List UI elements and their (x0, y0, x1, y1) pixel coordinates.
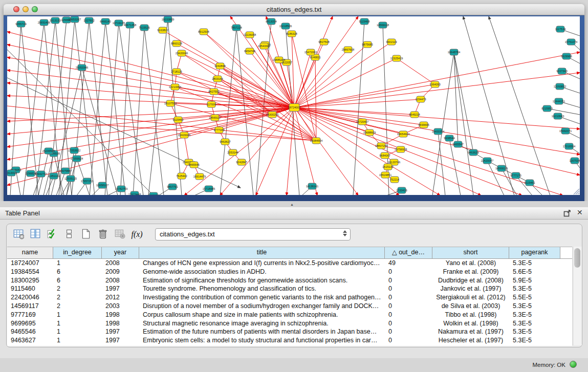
table-row[interactable]: 946362711997Embryonic stem cells: a mode… (7, 336, 572, 345)
table-cell[interactable]: 6 (53, 268, 102, 276)
table-row[interactable]: 1456911722003Disruption of a novel membe… (7, 302, 572, 311)
column-header-year[interactable]: year (102, 247, 139, 258)
table-source-select[interactable]: citations_edges.txt (155, 228, 351, 240)
table-cell[interactable]: Dudbridge et al. (2008) (432, 276, 509, 285)
graph-edge[interactable] (294, 16, 358, 107)
table-cell[interactable]: 14569117 (7, 302, 53, 311)
resize-grip-icon[interactable] (574, 189, 579, 194)
graph-edge[interactable] (133, 28, 144, 195)
float-panel-icon[interactable] (563, 209, 571, 217)
table-cell[interactable]: 0 (385, 268, 432, 276)
table-cell[interactable]: 5.6E-5 (509, 268, 560, 276)
graph-edge[interactable] (184, 107, 294, 195)
table-cell[interactable]: 0 (385, 319, 432, 328)
column-header-pagerank[interactable]: pagerank (509, 247, 560, 258)
graph-edge[interactable] (454, 52, 473, 152)
table-settings-icon[interactable] (11, 227, 26, 242)
table-cell[interactable]: 1 (53, 319, 102, 328)
close-panel-icon[interactable]: ✕ (577, 208, 583, 216)
graph-edge[interactable] (294, 45, 367, 107)
graph-edge[interactable] (294, 58, 397, 107)
function-builder-icon[interactable]: f(x) (131, 230, 148, 239)
table-cell[interactable]: 6 (53, 276, 102, 285)
graph-edge[interactable] (454, 52, 473, 195)
table-cell[interactable]: 0 (385, 336, 432, 345)
graph-edge[interactable] (294, 107, 563, 195)
table-column-icon[interactable] (28, 227, 43, 242)
graph-edge[interactable] (353, 21, 364, 195)
table-cell[interactable]: 22420046 (7, 293, 53, 302)
table-cell[interactable]: Hescheler et al. (1997) (432, 336, 509, 345)
table-cell[interactable]: Disruption of a novel member of a sodium… (139, 302, 385, 311)
table-cell[interactable]: 0 (385, 302, 432, 311)
network-canvas[interactable]: 1872400719384554183002959163822886012889… (7, 16, 580, 195)
table-cell[interactable]: 0 (385, 327, 432, 336)
table-cell[interactable]: 9115460 (7, 285, 53, 293)
new-document-icon[interactable] (78, 227, 94, 242)
table-cell[interactable]: Nakamura et al. (1997) (432, 327, 509, 336)
table-row[interactable]: 946554611997Estimation of the future num… (7, 327, 572, 336)
panel-splitter[interactable]: ▲▼ (0, 201, 588, 207)
table-cell[interactable]: 0 (385, 293, 432, 302)
table-cell[interactable]: Tibbo et al. (1998) (432, 311, 509, 319)
graph-edge[interactable] (7, 107, 294, 172)
graph-edge[interactable] (7, 70, 294, 107)
table-cell[interactable]: Yano et al. (2008) (432, 259, 509, 268)
graph-edge[interactable] (294, 52, 580, 107)
column-header-in_degree[interactable]: in_degree (53, 247, 102, 258)
table-cell[interactable]: 0 (385, 285, 432, 293)
graph-edge[interactable] (105, 23, 119, 195)
table-cell[interactable]: 0 (385, 311, 432, 319)
table-cell[interactable]: 2008 (102, 259, 139, 268)
import-table-icon[interactable] (112, 227, 127, 242)
column-header-name[interactable]: name (7, 247, 53, 258)
select-all-check-icon[interactable] (45, 227, 60, 242)
table-cell[interactable]: Wolkin et al. (1998) (432, 319, 509, 328)
graph-edge[interactable] (7, 32, 294, 107)
table-cell[interactable]: 2 (53, 293, 102, 302)
table-cell[interactable]: 1997 (102, 327, 139, 336)
table-row[interactable]: 1830029562008Estimation of significance … (7, 276, 572, 285)
table-cell[interactable]: 1 (53, 327, 102, 336)
graph-edge[interactable] (294, 73, 580, 107)
graph-edge[interactable] (148, 19, 168, 195)
table-cell[interactable]: Genome-wide association studies in ADHD. (139, 268, 385, 276)
table-cell[interactable]: 9699695 (7, 319, 53, 328)
column-header-title[interactable]: title (139, 247, 385, 258)
table-cell[interactable]: Investigating the contribution of common… (139, 293, 385, 302)
table-cell[interactable]: Changes of HCN gene expression and I(f) … (139, 259, 385, 268)
table-cell[interactable]: 5.9E-5 (509, 276, 560, 285)
graph-edge[interactable] (294, 107, 399, 195)
table-cell[interactable]: 1998 (102, 319, 139, 328)
table-cell[interactable]: Tourette syndrome. Phenomenology and cla… (139, 285, 385, 293)
graph-edge[interactable] (294, 84, 435, 107)
graph-edge[interactable] (7, 107, 294, 147)
graph-edge[interactable] (144, 28, 164, 195)
table-cell[interactable]: 18300295 (7, 276, 53, 285)
table-row[interactable]: 1872400712008Changes of HCN gene express… (7, 259, 572, 268)
table-scrollbar[interactable] (573, 247, 582, 345)
table-cell[interactable]: 5.3E-5 (509, 327, 560, 336)
graph-edge[interactable] (215, 107, 294, 118)
table-cell[interactable]: 2 (53, 302, 102, 311)
table-cell[interactable]: 18724007 (7, 259, 53, 268)
table-cell[interactable]: 5.3E-5 (509, 285, 560, 293)
table-cell[interactable]: 1997 (102, 285, 139, 293)
table-row[interactable]: 977716911998Corpus callosum shape and si… (7, 311, 572, 319)
table-cell[interactable]: 1997 (102, 336, 139, 345)
table-cell[interactable]: 9777169 (7, 311, 53, 319)
table-row[interactable]: 969969511998Structural magnetic resonanc… (7, 319, 572, 328)
table-row[interactable]: 1938455462009Genome-wide association stu… (7, 268, 572, 276)
table-cell[interactable]: 2012 (102, 293, 139, 302)
graph-edge[interactable] (294, 107, 481, 195)
table-cell[interactable]: 2003 (102, 302, 139, 311)
delete-table-icon[interactable] (95, 227, 111, 242)
table-cell[interactable]: Stergiakouli et al. (2012) (432, 293, 509, 302)
table-cell[interactable]: Structural magnetic resonance image aver… (139, 319, 385, 328)
graph-edge[interactable] (432, 52, 454, 195)
table-cell[interactable]: Embryonic stem cells: a model to study s… (139, 336, 385, 345)
table-cell[interactable]: 5.3E-5 (509, 302, 560, 311)
table-scrollbar-thumb[interactable] (574, 248, 580, 268)
graph-edge[interactable] (294, 99, 421, 107)
graph-edge[interactable] (292, 34, 294, 107)
